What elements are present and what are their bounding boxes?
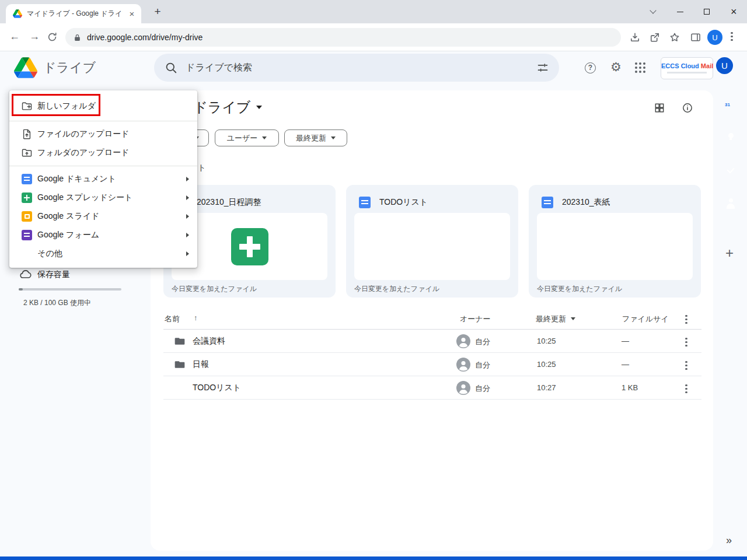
file-row[interactable]: 日報 自分 10:25 — bbox=[163, 353, 701, 376]
file-table-header: 名前 オーナー 最終更新 ファイルサイ bbox=[163, 307, 701, 330]
info-icon[interactable] bbox=[682, 102, 693, 116]
file-row[interactable]: TODOリスト 自分 10:27 1 KB bbox=[163, 376, 701, 400]
column-modified[interactable]: 最終更新 bbox=[536, 314, 566, 324]
submenu-arrow-icon bbox=[186, 233, 189, 237]
url-text[interactable]: drive.google.com/drive/my-drive bbox=[87, 33, 203, 42]
browser-menu-icon[interactable] bbox=[731, 30, 733, 43]
bookmark-star-icon[interactable] bbox=[669, 32, 680, 46]
menu-item-label: フォルダのアップロード bbox=[37, 148, 129, 158]
help-icon[interactable] bbox=[585, 62, 596, 74]
menu-item-label: ファイルのアップロード bbox=[37, 129, 129, 139]
new-folder-icon bbox=[21, 100, 33, 112]
column-size[interactable]: ファイルサイ bbox=[622, 314, 669, 324]
card-title[interactable]: 202310_表紙 bbox=[562, 197, 610, 208]
menu-item-google-docs[interactable]: Google ドキュメント bbox=[9, 170, 197, 188]
tab-search-icon[interactable] bbox=[640, 0, 666, 23]
menu-item-google-slides[interactable]: Google スライド bbox=[9, 207, 197, 226]
chevron-down-icon bbox=[262, 136, 267, 139]
side-panel-icon[interactable] bbox=[690, 32, 701, 46]
docs-file-icon bbox=[359, 197, 371, 208]
sheets-logo bbox=[231, 228, 268, 265]
search-icon[interactable] bbox=[165, 61, 177, 74]
suggested-card[interactable]: 202310_表紙 今日変更を加えたファイル bbox=[529, 185, 701, 298]
menu-divider bbox=[9, 166, 197, 166]
collapse-side-panel-icon[interactable] bbox=[726, 534, 732, 547]
suggested-card[interactable]: TODOリスト 今日変更を加えたファイル bbox=[346, 185, 518, 298]
forward-icon[interactable]: → bbox=[29, 30, 40, 43]
get-addons-icon[interactable] bbox=[725, 245, 734, 261]
file-thumbnail[interactable] bbox=[354, 213, 510, 280]
column-name[interactable]: 名前 bbox=[165, 314, 180, 324]
docs-file-icon bbox=[542, 197, 553, 208]
file-size: 1 KB bbox=[622, 383, 638, 392]
chevron-down-icon[interactable] bbox=[256, 106, 262, 109]
new-tab-button[interactable] bbox=[151, 5, 165, 19]
submenu-arrow-icon bbox=[186, 177, 189, 181]
menu-item-label: Google スライド bbox=[37, 211, 99, 222]
folder-upload-icon bbox=[21, 147, 33, 159]
card-title[interactable]: 202310_日程調整 bbox=[197, 197, 261, 208]
file-name[interactable]: 会議資料 bbox=[193, 336, 225, 346]
file-upload-icon bbox=[21, 128, 33, 140]
menu-item-label: その他 bbox=[37, 249, 62, 259]
storage-label[interactable]: 保存容量 bbox=[37, 270, 70, 280]
filter-chip-modified[interactable]: 最終更新 bbox=[284, 130, 347, 146]
menu-item-google-forms[interactable]: Google フォーム bbox=[9, 226, 197, 244]
storage-usage-text: 2 KB / 100 GB 使用中 bbox=[23, 298, 91, 308]
eccs-mail-badge[interactable]: ECCS Cloud Mail bbox=[661, 57, 713, 79]
more-options-icon[interactable] bbox=[685, 336, 687, 348]
card-reason: 今日変更を加えたファイル bbox=[537, 284, 622, 294]
menu-item-new-folder[interactable]: 新しいフォルダ bbox=[9, 95, 197, 117]
new-item-menu: 新しいフォルダ ファイルのアップロード フォルダのアップロード Google ド… bbox=[9, 90, 197, 268]
storage-progress-fill bbox=[19, 288, 23, 290]
tab-close-icon[interactable] bbox=[127, 9, 137, 19]
close-button[interactable] bbox=[720, 0, 747, 23]
filter-chip-people[interactable]: ユーザー bbox=[215, 130, 279, 146]
menu-item-folder-upload[interactable]: フォルダのアップロード bbox=[9, 144, 197, 162]
browser-profile-avatar[interactable]: U bbox=[707, 30, 722, 45]
account-avatar[interactable]: U bbox=[715, 56, 734, 75]
reload-icon[interactable] bbox=[47, 32, 58, 45]
sort-direction-icon[interactable] bbox=[571, 317, 575, 320]
file-name[interactable]: TODOリスト bbox=[193, 383, 241, 393]
address-bar[interactable]: drive.google.com/drive/my-drive bbox=[65, 28, 621, 47]
docs-icon bbox=[21, 173, 33, 185]
browser-tab[interactable]: マイドライブ - Google ドライブ bbox=[6, 4, 141, 23]
app-name: ドライブ bbox=[43, 59, 96, 76]
search-options-icon[interactable] bbox=[537, 62, 549, 74]
menu-item-google-sheets[interactable]: Google スプレッドシート bbox=[9, 188, 197, 207]
menu-item-more[interactable]: その他 bbox=[9, 244, 197, 263]
drive-logo[interactable] bbox=[14, 57, 37, 80]
eccs-badge-subtitle bbox=[667, 72, 707, 74]
google-apps-icon[interactable] bbox=[635, 62, 645, 73]
chevron-down-icon bbox=[331, 136, 336, 139]
download-icon[interactable] bbox=[629, 32, 641, 46]
slides-icon bbox=[21, 211, 33, 222]
forms-icon bbox=[21, 229, 33, 241]
file-name[interactable]: 日報 bbox=[193, 359, 209, 370]
back-icon[interactable]: ← bbox=[9, 30, 20, 43]
card-title[interactable]: TODOリスト bbox=[379, 197, 428, 208]
sort-ascending-icon[interactable] bbox=[194, 313, 198, 322]
minimize-button[interactable] bbox=[666, 0, 693, 23]
file-size: — bbox=[622, 360, 629, 369]
submenu-arrow-icon bbox=[186, 214, 189, 219]
share-icon[interactable] bbox=[649, 32, 661, 46]
drive-search-bar[interactable]: ドライブで検索 bbox=[154, 54, 559, 82]
search-placeholder[interactable]: ドライブで検索 bbox=[186, 62, 252, 74]
settings-gear-icon[interactable] bbox=[610, 61, 622, 73]
maximize-button[interactable] bbox=[693, 0, 720, 23]
more-options-icon[interactable] bbox=[685, 359, 687, 372]
grid-view-toggle-icon[interactable] bbox=[654, 102, 665, 116]
file-thumbnail[interactable] bbox=[537, 213, 693, 280]
more-options-icon[interactable] bbox=[685, 313, 687, 326]
file-row[interactable]: 会議資料 自分 10:25 — bbox=[163, 330, 701, 353]
column-owner[interactable]: オーナー bbox=[460, 314, 491, 324]
menu-item-file-upload[interactable]: ファイルのアップロード bbox=[9, 125, 197, 144]
browser-titlebar: マイドライブ - Google ドライブ bbox=[0, 0, 747, 23]
lock-icon bbox=[74, 34, 81, 41]
owner-avatar bbox=[456, 334, 470, 351]
tab-title: マイドライブ - Google ドライブ bbox=[27, 9, 123, 19]
more-options-icon[interactable] bbox=[685, 383, 687, 395]
drive-favicon bbox=[13, 9, 22, 18]
